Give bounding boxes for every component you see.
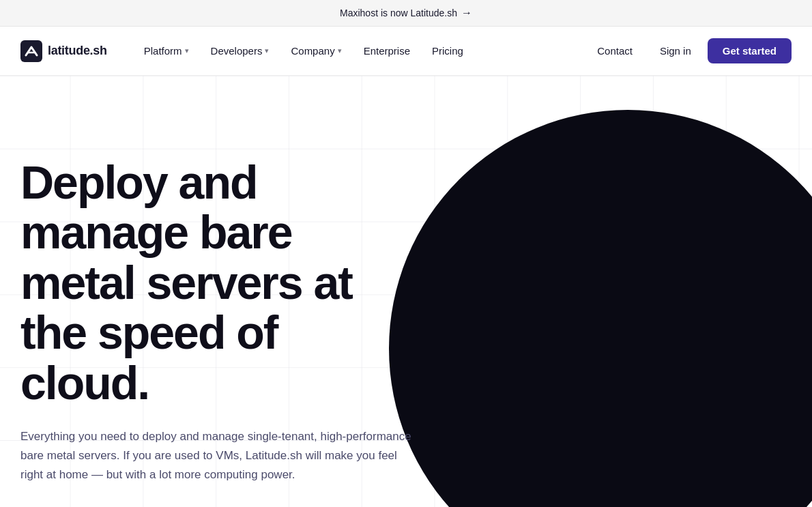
announcement-banner[interactable]: Maxihost is now Latitude.sh → [0,0,812,27]
hero-section: Deploy and manage bare metal servers at … [0,76,812,507]
nav-developers-label: Developers [211,45,263,57]
nav-item-platform[interactable]: Platform ▾ [134,40,199,62]
hero-content: Deploy and manage bare metal servers at … [0,76,437,507]
chevron-down-icon: ▾ [265,46,269,55]
nav-pricing-label: Pricing [432,45,463,57]
nav-company-label: Company [291,45,334,57]
chevron-down-icon: ▾ [338,46,342,55]
hero-subtitle: Everything you need to deploy and manage… [20,427,416,484]
signin-button[interactable]: Sign in [649,40,702,62]
hero-title: Deploy and manage bare metal servers at … [20,158,416,408]
logo-text: latitude.sh [48,44,107,58]
nav-enterprise-label: Enterprise [364,45,410,57]
logo-icon [20,40,42,62]
nav-item-enterprise[interactable]: Enterprise [354,40,420,62]
nav-platform-label: Platform [144,45,182,57]
nav-links: Platform ▾ Developers ▾ Company ▾ Enterp… [134,40,587,62]
banner-text: Maxihost is now Latitude.sh [340,8,457,18]
contact-button[interactable]: Contact [586,40,643,62]
nav-item-pricing[interactable]: Pricing [422,40,473,62]
banner-arrow: → [461,7,472,19]
banner-link[interactable]: Maxihost is now Latitude.sh → [340,7,472,19]
get-started-button[interactable]: Get started [708,38,792,63]
navbar: latitude.sh Platform ▾ Developers ▾ Comp… [0,27,812,76]
logo[interactable]: latitude.sh [20,40,107,62]
nav-item-developers[interactable]: Developers ▾ [201,40,279,62]
nav-right: Contact Sign in Get started [586,38,792,63]
nav-item-company[interactable]: Company ▾ [281,40,351,62]
svg-rect-0 [20,40,42,62]
chevron-down-icon: ▾ [185,46,189,55]
